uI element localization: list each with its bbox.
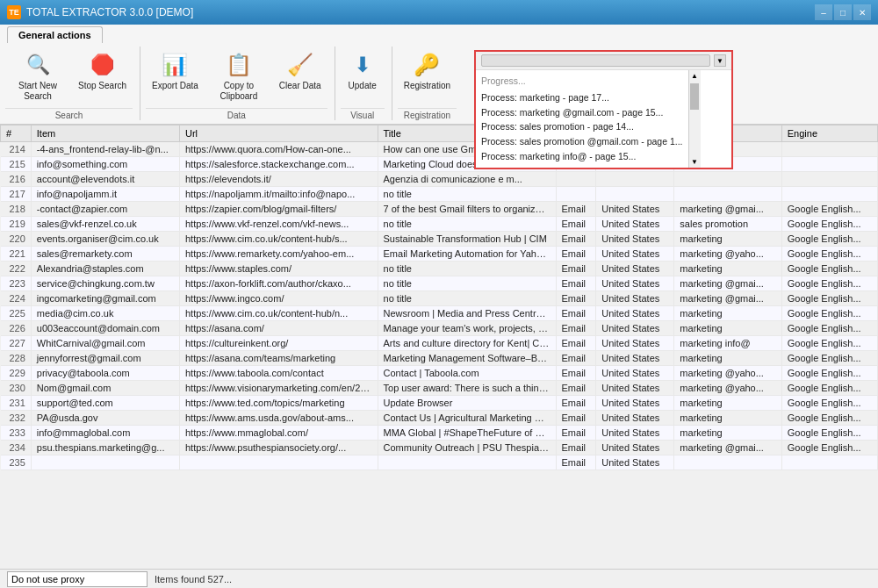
maximize-button[interactable]: □ [834, 4, 852, 20]
copy-clipboard-button[interactable]: 📋 Copy to Clipboard [206, 47, 271, 106]
table-cell: marketing [674, 232, 781, 247]
visual-buttons: ⬇ Update [341, 47, 385, 106]
table-cell: United States [596, 396, 674, 411]
table-row[interactable]: 218-contact@zapier.comhttps://zapier.com… [1, 202, 878, 217]
scrollbar-down[interactable]: ▼ [689, 156, 700, 168]
table-row[interactable]: 225media@cim.co.ukhttps://www.cim.co.uk/… [1, 306, 878, 321]
table-row[interactable]: 230Nom@gmail.comhttps://www.visionarymar… [1, 381, 878, 396]
table-cell: Google English... [781, 217, 877, 232]
table-cell: Manage your team's work, projects, &a... [378, 321, 556, 336]
table-cell: marketing @yaho... [674, 366, 781, 381]
app-icon: TE [7, 5, 21, 19]
table-row[interactable]: 214-4-ans_frontend-relay-lib-@n...https:… [1, 142, 878, 157]
scrollbar-up[interactable]: ▲ [689, 70, 700, 82]
table-row[interactable]: 216account@elevendots.ithttps://elevendo… [1, 172, 878, 187]
table-row[interactable]: 222Alexandria@staples.comhttps://www.sta… [1, 262, 878, 276]
table-row[interactable]: 221sales@remarkety.comhttps://www.remark… [1, 247, 878, 262]
table-cell: support@ted.com [31, 396, 179, 411]
table-cell: sales promotion [674, 217, 781, 232]
table-cell: u003eaccount@domain.com [31, 321, 179, 336]
table-cell: Google English... [781, 291, 877, 306]
table-row[interactable]: 226u003eaccount@domain.comhttps://asana.… [1, 321, 878, 336]
table-cell: Marketing Management Software–Bra... [378, 351, 556, 366]
progress-msg-4: Process: marketing info@ - page 15... [481, 149, 683, 164]
table-row[interactable]: 231support@ted.comhttps://www.ted.com/to… [1, 396, 878, 411]
toolbar-container: General actions 🔍 Start New Search 🛑 Sto… [0, 25, 878, 125]
table-cell: Email [556, 426, 596, 441]
table-cell: https://www.ingco.com/ [179, 291, 378, 306]
clear-data-button[interactable]: 🧹 Clear Data [273, 47, 327, 96]
table-cell: United States [596, 202, 674, 217]
table-row[interactable]: 223service@chingkung.com.twhttps://axon-… [1, 276, 878, 291]
table-row[interactable]: 233info@mmaglobal.comhttps://www.mmaglob… [1, 426, 878, 441]
table-cell [781, 187, 877, 202]
table-cell: jennyforrest@gmail.com [31, 351, 179, 366]
registration-button[interactable]: 🔑 Registration [398, 47, 457, 96]
table-row[interactable]: 219sales@vkf-renzel.co.ukhttps://www.vkf… [1, 217, 878, 232]
start-search-label: Start New Search [11, 81, 64, 102]
table-cell: events.organiser@cim.co.uk [31, 232, 179, 247]
table-cell: Google English... [781, 411, 877, 426]
table-cell: Alexandria@staples.com [31, 262, 179, 276]
table-cell: United States [596, 321, 674, 336]
table-cell: 235 [1, 455, 32, 470]
progress-scrollbar[interactable]: ▲ ▼ [688, 70, 701, 168]
minimize-button[interactable]: – [815, 4, 832, 20]
table-cell: https://www.cim.co.uk/content-hub/s... [179, 232, 378, 247]
table-cell: 231 [1, 396, 32, 411]
clear-icon: 🧹 [286, 51, 314, 79]
items-found-label: Items found 527... [155, 574, 232, 584]
table-cell: Email [556, 441, 596, 455]
table-cell: no title [378, 291, 556, 306]
table-cell: no title [378, 217, 556, 232]
tab-general-actions[interactable]: General actions [7, 26, 103, 43]
table-cell: marketing @gmai... [674, 441, 781, 455]
table-row[interactable]: 215info@something.comhttps://salesforce.… [1, 157, 878, 172]
progress-overlay: ▼ Progress... Process: marketing - page … [474, 50, 733, 169]
table-row[interactable]: 228jennyforrest@gmail.comhttps://asana.c… [1, 351, 878, 366]
table-cell: 221 [1, 247, 32, 262]
close-button[interactable]: ✕ [853, 4, 871, 20]
stop-search-label: Stop Search [78, 81, 126, 91]
table-cell: no title [378, 276, 556, 291]
toolbar-group-search: 🔍 Start New Search 🛑 Stop Search Search [5, 47, 140, 120]
table-row[interactable]: 229privacy@taboola.comhttps://www.tabool… [1, 366, 878, 381]
table-cell: United States [596, 426, 674, 441]
export-data-button[interactable]: 📊 Export Data [146, 47, 205, 96]
table-row[interactable]: 234psu.thespians.marketing@g...https://w… [1, 441, 878, 455]
proxy-input[interactable] [7, 571, 148, 587]
table-cell: info@mmaglobal.com [31, 426, 179, 441]
title-bar-left: TE TOTAL EXTRACTOR 3.0.0 [DEMO] [7, 5, 193, 19]
table-cell: 230 [1, 381, 32, 396]
table-row[interactable]: 232PA@usda.govhttps://www.ams.usda.gov/a… [1, 411, 878, 426]
update-button[interactable]: ⬇ Update [341, 47, 385, 96]
table-row[interactable]: 220events.organiser@cim.co.ukhttps://www… [1, 232, 878, 247]
start-new-search-button[interactable]: 🔍 Start New Search [5, 47, 70, 106]
table-row[interactable]: 224ingcomarketing@gmail.comhttps://www.i… [1, 291, 878, 306]
table-row[interactable]: 235EmailUnited States [1, 455, 878, 470]
key-icon: 🔑 [413, 51, 441, 79]
table-row[interactable]: 227WhitCarnival@gmail.comhttps://culture… [1, 336, 878, 351]
progress-msg-3: Process: sales promotion @gmail.com - pa… [481, 134, 683, 149]
table-row[interactable]: 217info@napoljamm.ithttps://napoljamm.it… [1, 187, 878, 202]
table-cell: marketing [674, 351, 781, 366]
table-cell: Email [556, 262, 596, 276]
table-cell: marketing @gmai... [674, 276, 781, 291]
table-cell: 214 [1, 142, 32, 157]
table-cell: https://napoljamm.it/mailto:info@napo... [179, 187, 378, 202]
table-cell: 219 [1, 217, 32, 232]
table-cell: United States [596, 351, 674, 366]
table-cell [556, 187, 596, 202]
table-cell [596, 172, 674, 187]
data-table-container[interactable]: # Item Url Title Type Country Search Eng… [0, 125, 878, 569]
table-cell: Google English... [781, 247, 877, 262]
table-cell: https://axon-forklift.com/author/ckaxo..… [179, 276, 378, 291]
table-cell [31, 455, 179, 470]
table-cell: Contact Us | Agricultural Marketing Ser.… [378, 411, 556, 426]
table-cell: marketing [674, 321, 781, 336]
title-bar: TE TOTAL EXTRACTOR 3.0.0 [DEMO] – □ ✕ [0, 0, 878, 25]
table-cell: 229 [1, 366, 32, 381]
table-cell: marketing [674, 262, 781, 276]
stop-search-button[interactable]: 🛑 Stop Search [72, 47, 133, 96]
table-cell: marketing @gmai... [674, 202, 781, 217]
